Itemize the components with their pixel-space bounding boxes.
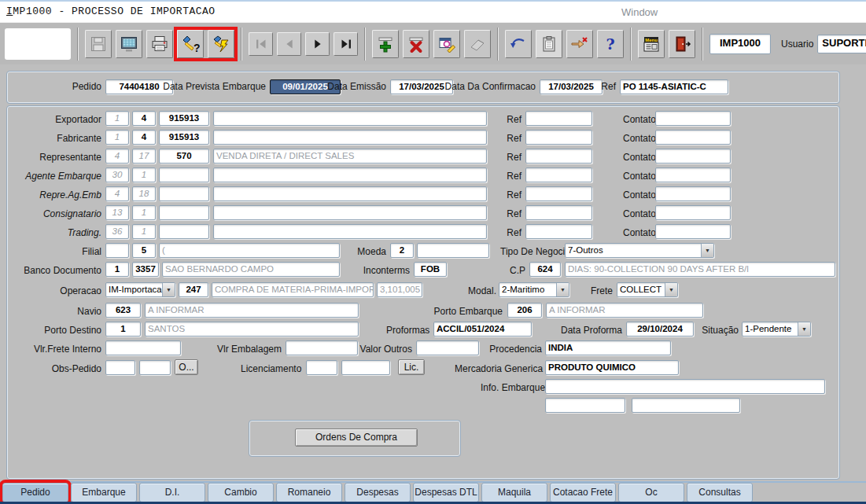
situacao-dropdown[interactable]: 1-Pendente▼ bbox=[742, 322, 811, 337]
cp-desc-field[interactable]: DIAS: 90-COLLECTION 90 DAYS AFTER B/l bbox=[565, 262, 835, 277]
party-f1-field[interactable]: 4 bbox=[105, 149, 129, 164]
menu-button[interactable]: Menu bbox=[638, 30, 665, 58]
display-button[interactable] bbox=[116, 30, 142, 58]
licenciamento-f1-field[interactable] bbox=[306, 360, 337, 375]
party-name-field[interactable] bbox=[213, 224, 487, 239]
party-f2-field[interactable]: 18 bbox=[132, 186, 156, 201]
frete-dropdown[interactable]: COLLECT▼ bbox=[617, 282, 678, 297]
tab-despesas[interactable]: Despesas bbox=[345, 483, 411, 502]
ref-field[interactable]: PO 1145-ASIATIC-C bbox=[620, 79, 728, 94]
party-contato-field[interactable] bbox=[655, 130, 731, 145]
ordens-de-compra-button[interactable]: Ordens De Compra bbox=[295, 429, 418, 447]
party-code-field[interactable]: 915913 bbox=[159, 130, 209, 145]
filial-name-field[interactable]: ( bbox=[159, 243, 340, 258]
operacao-amount-field[interactable]: 3,101,005 bbox=[377, 282, 422, 297]
party-name-field[interactable] bbox=[213, 205, 487, 220]
party-contato-field[interactable] bbox=[655, 149, 731, 164]
info-extra2-field[interactable] bbox=[632, 398, 740, 413]
licenciamento-f2-field[interactable] bbox=[341, 360, 390, 375]
delete-record-button[interactable] bbox=[403, 30, 429, 58]
obs-pedido-button[interactable]: O... bbox=[175, 359, 198, 375]
party-f2-field[interactable]: 4 bbox=[132, 111, 156, 126]
tab-maquila[interactable]: Maquila bbox=[481, 483, 547, 502]
party-ref-field[interactable] bbox=[525, 186, 592, 201]
first-record-button[interactable] bbox=[249, 32, 273, 56]
filial-f2-field[interactable]: 5 bbox=[132, 243, 156, 258]
party-code-field[interactable] bbox=[159, 205, 209, 220]
party-code-field[interactable]: 570 bbox=[159, 149, 209, 164]
party-f2-field[interactable]: 1 bbox=[132, 205, 156, 220]
proformas-field[interactable]: ACCIL/051/2024 bbox=[433, 322, 532, 337]
clear-record-button[interactable] bbox=[464, 30, 491, 58]
moeda-name-field[interactable] bbox=[417, 243, 489, 258]
tab-despesas-dtl[interactable]: Despesas DTL bbox=[413, 483, 479, 502]
tab-pedido[interactable]: Pedido bbox=[2, 483, 68, 502]
paste-button[interactable] bbox=[536, 30, 562, 58]
party-f2-field[interactable]: 17 bbox=[132, 149, 156, 164]
party-ref-field[interactable] bbox=[525, 167, 592, 182]
tab-consultas[interactable]: Consultas bbox=[687, 483, 753, 502]
navio-name-field[interactable]: A INFORMAR bbox=[145, 303, 359, 318]
insert-record-button[interactable] bbox=[372, 30, 399, 58]
party-name-field[interactable] bbox=[213, 130, 487, 145]
party-f2-field[interactable]: 4 bbox=[132, 130, 156, 145]
porto-embarque-name-field[interactable]: A INFORMAR bbox=[546, 303, 703, 318]
party-contato-field[interactable] bbox=[655, 224, 731, 239]
tab-embarque[interactable]: Embarque bbox=[71, 483, 137, 502]
info-embarque-field[interactable] bbox=[545, 379, 825, 394]
operacao-desc-field[interactable]: COMPRA DE MATERIA-PRIMA-IMPORTA( bbox=[212, 282, 374, 297]
party-code-field[interactable] bbox=[159, 167, 209, 182]
party-f1-field[interactable]: 1 bbox=[105, 130, 129, 145]
navio-code-field[interactable]: 623 bbox=[105, 303, 141, 318]
edit-record-button[interactable] bbox=[433, 30, 460, 58]
tab-romaneio[interactable]: Romaneio bbox=[276, 483, 342, 502]
party-f1-field[interactable]: 36 bbox=[105, 224, 129, 239]
last-record-button[interactable] bbox=[334, 32, 358, 56]
banco-name-field[interactable]: SAO BERNARDO CAMPO bbox=[162, 262, 340, 277]
party-f1-field[interactable]: 4 bbox=[105, 186, 129, 201]
party-name-field[interactable]: VENDA DIRETA / DIRECT SALES bbox=[213, 149, 487, 164]
undo-button[interactable] bbox=[505, 30, 532, 58]
party-f2-field[interactable]: 1 bbox=[132, 224, 156, 239]
party-ref-field[interactable] bbox=[525, 130, 592, 145]
party-contato-field[interactable] bbox=[655, 186, 731, 201]
print-button[interactable] bbox=[146, 30, 173, 58]
porto-destino-code-field[interactable]: 1 bbox=[105, 322, 141, 337]
next-record-button[interactable] bbox=[305, 32, 330, 56]
party-contato-field[interactable] bbox=[655, 167, 731, 182]
party-ref-field[interactable] bbox=[525, 149, 592, 164]
menu-window[interactable]: Window bbox=[621, 6, 658, 18]
party-f1-field[interactable]: 30 bbox=[105, 167, 129, 182]
help-button[interactable]: ? bbox=[597, 30, 624, 58]
vlr-frete-interno-field[interactable] bbox=[105, 340, 181, 355]
party-code-field[interactable] bbox=[159, 224, 209, 239]
commit-button[interactable] bbox=[566, 30, 593, 58]
tipo-negocio-dropdown[interactable]: 7-Outros▼ bbox=[565, 243, 714, 258]
party-name-field[interactable] bbox=[213, 167, 487, 182]
party-code-field[interactable] bbox=[159, 186, 209, 201]
party-name-field[interactable] bbox=[213, 111, 487, 126]
previous-record-button[interactable] bbox=[277, 32, 301, 56]
banco-f2-field[interactable]: 3357 bbox=[132, 262, 159, 277]
tab-oc[interactable]: Oc bbox=[618, 483, 684, 502]
tab-di[interactable]: D.I. bbox=[139, 483, 205, 502]
exit-button[interactable] bbox=[669, 30, 695, 58]
obs-pedido-f2-field[interactable] bbox=[139, 360, 171, 375]
modal-dropdown[interactable]: 2-Maritimo▼ bbox=[499, 282, 569, 297]
obs-pedido-f1-field[interactable] bbox=[105, 360, 135, 375]
moeda-field[interactable]: 2 bbox=[390, 243, 414, 258]
filial-f1-field[interactable] bbox=[105, 243, 129, 258]
party-name-field[interactable] bbox=[213, 186, 487, 201]
data-confirmacao-field[interactable]: 17/03/2025 bbox=[540, 79, 603, 94]
vlr-embalagem-field[interactable] bbox=[286, 340, 358, 355]
procedencia-field[interactable]: INDIA bbox=[545, 340, 671, 355]
operacao-dropdown[interactable]: IM-Importacao▼ bbox=[105, 282, 175, 297]
operacao-code-field[interactable]: 247 bbox=[179, 282, 208, 297]
licenciamento-button[interactable]: Lic. bbox=[398, 359, 425, 375]
party-ref-field[interactable] bbox=[525, 111, 592, 126]
party-contato-field[interactable] bbox=[655, 111, 731, 126]
party-f1-field[interactable]: 1 bbox=[105, 111, 129, 126]
porto-embarque-code-field[interactable]: 206 bbox=[507, 303, 542, 318]
party-f1-field[interactable]: 13 bbox=[105, 205, 129, 220]
valor-outros-field[interactable] bbox=[416, 340, 479, 355]
